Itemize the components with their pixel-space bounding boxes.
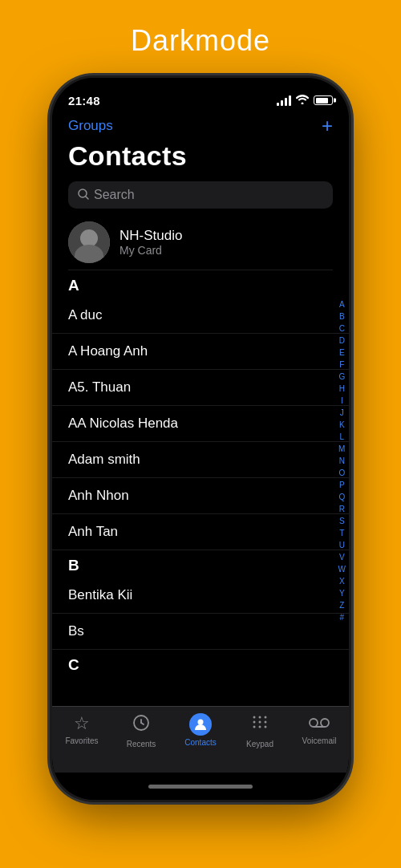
my-card-info: NH-Studio My Card (119, 228, 182, 257)
contact-row[interactable]: Anh Tan (52, 514, 349, 550)
status-bar: 21:48 (52, 78, 349, 113)
index-letter-z[interactable]: Z (339, 599, 344, 611)
index-letter-q[interactable]: Q (338, 491, 345, 503)
screen: 21:48 (52, 78, 349, 800)
contact-name: A duc (68, 307, 103, 323)
section-header-b: B (52, 550, 349, 578)
home-indicator (52, 773, 349, 800)
battery-icon (314, 95, 333, 105)
index-letter-i[interactable]: I (341, 395, 343, 407)
svg-point-6 (253, 716, 256, 719)
index-letter-p[interactable]: P (339, 479, 345, 491)
star-icon: ☆ (74, 713, 90, 734)
tab-voicemail[interactable]: Voicemail (295, 713, 343, 745)
index-letter-t[interactable]: T (339, 527, 344, 539)
index-letter-k[interactable]: K (339, 419, 345, 431)
index-letter-g[interactable]: G (338, 371, 345, 383)
contact-name: Bs (68, 623, 84, 639)
tab-bar: ☆ Favorites Recents (52, 706, 349, 773)
svg-line-4 (141, 723, 144, 724)
keypad-icon (250, 713, 269, 737)
index-letter-u[interactable]: U (339, 539, 345, 551)
index-letter-c[interactable]: C (339, 322, 345, 335)
tab-favorites-label: Favorites (65, 736, 98, 745)
home-bar (148, 785, 253, 789)
tab-voicemail-label: Voicemail (302, 736, 337, 745)
tab-keypad-label: Keypad (246, 740, 273, 748)
index-sidebar: A B C D E F G H I J K L M N O P Q R S T (338, 215, 346, 706)
index-letter-r[interactable]: R (339, 503, 345, 515)
tab-favorites[interactable]: ☆ Favorites (58, 713, 106, 745)
search-placeholder: Search (94, 188, 135, 202)
svg-point-14 (265, 726, 267, 728)
my-card-name: NH-Studio (119, 228, 182, 244)
index-letter-h[interactable]: H (339, 383, 345, 395)
nav-bar: Groups + (52, 113, 349, 140)
person-icon (189, 713, 212, 736)
index-letter-b[interactable]: B (339, 310, 345, 322)
index-letter-v[interactable]: V (339, 551, 345, 563)
svg-point-5 (198, 720, 204, 725)
avatar (68, 221, 110, 263)
contact-row[interactable]: Bs (52, 614, 349, 650)
contact-row[interactable]: Adam smith (52, 442, 349, 478)
svg-point-13 (259, 726, 261, 728)
index-letter-y[interactable]: Y (339, 587, 345, 599)
contact-row[interactable]: A Hoang Anh (52, 334, 349, 370)
contact-name: Anh Nhon (68, 488, 129, 504)
my-card-subtitle: My Card (119, 244, 182, 257)
svg-point-9 (253, 721, 256, 724)
search-bar[interactable]: Search (68, 181, 333, 209)
index-letter-x[interactable]: X (339, 575, 345, 587)
svg-point-10 (259, 721, 261, 724)
section-header-a: A (52, 270, 349, 298)
index-letter-f[interactable]: F (339, 359, 344, 371)
contact-row[interactable]: A duc (52, 298, 349, 334)
tab-contacts-label: Contacts (184, 738, 216, 747)
index-letter-j[interactable]: J (340, 407, 344, 419)
status-icons (277, 95, 333, 107)
index-letter-w[interactable]: W (338, 563, 346, 575)
index-letter-n[interactable]: N (339, 455, 345, 467)
index-letter-m[interactable]: M (338, 443, 345, 455)
index-letter-l[interactable]: L (339, 431, 344, 443)
contacts-title: Contacts (68, 140, 333, 172)
tab-keypad[interactable]: Keypad (236, 713, 284, 748)
contact-name: AA Nicolas Henda (68, 416, 178, 432)
svg-point-11 (265, 721, 267, 724)
phone-frame: 21:48 (52, 78, 349, 800)
contacts-header: Contacts (52, 140, 349, 178)
contact-row[interactable]: Bentika Kii (52, 578, 349, 614)
index-letter-a[interactable]: A (339, 298, 345, 310)
contact-name: Bentika Kii (68, 587, 132, 603)
groups-button[interactable]: Groups (68, 118, 113, 134)
contact-row[interactable]: Anh Nhon (52, 478, 349, 514)
contact-name: Adam smith (68, 452, 140, 468)
tab-contacts[interactable]: Contacts (176, 713, 225, 747)
index-letter-s[interactable]: S (339, 515, 345, 527)
section-header-c: C (52, 650, 349, 677)
index-letter-e[interactable]: E (339, 347, 345, 359)
voicemail-icon (309, 713, 330, 734)
svg-point-8 (265, 716, 267, 719)
contact-row[interactable]: AA Nicolas Henda (52, 406, 349, 442)
svg-point-16 (321, 719, 329, 727)
contact-name: A5. Thuan (68, 379, 131, 395)
index-letter-o[interactable]: O (338, 467, 345, 479)
signal-icon (277, 95, 291, 106)
contact-name: A Hoang Anh (68, 343, 148, 359)
page-title: Darkmode (131, 24, 270, 58)
add-contact-button[interactable]: + (322, 116, 333, 136)
contact-name: Anh Tan (68, 524, 118, 540)
contact-row[interactable]: A5. Thuan (52, 370, 349, 406)
clock-icon (132, 713, 151, 737)
svg-point-12 (253, 726, 256, 728)
my-card[interactable]: NH-Studio My Card (52, 215, 349, 270)
tab-recents[interactable]: Recents (117, 713, 165, 748)
index-letter-d[interactable]: D (339, 335, 345, 347)
tab-recents-label: Recents (127, 740, 156, 748)
status-time: 21:48 (68, 94, 100, 107)
index-letter-hash[interactable]: # (339, 611, 344, 623)
svg-line-1 (86, 197, 88, 199)
wifi-icon (296, 95, 309, 107)
